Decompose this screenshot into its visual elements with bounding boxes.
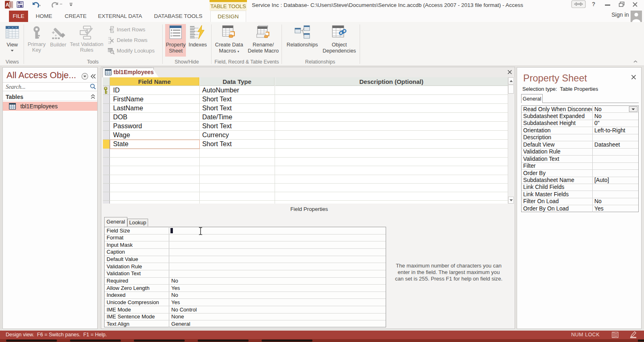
svg-text:A: A [6,2,9,8]
